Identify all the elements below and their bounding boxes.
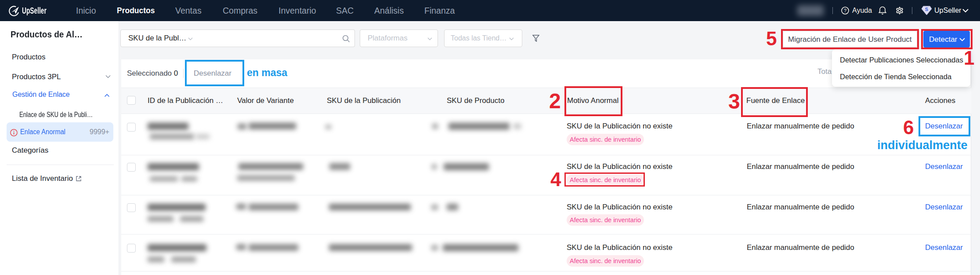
svg-text:S: S bbox=[925, 7, 928, 12]
svg-text:?: ? bbox=[844, 8, 846, 13]
